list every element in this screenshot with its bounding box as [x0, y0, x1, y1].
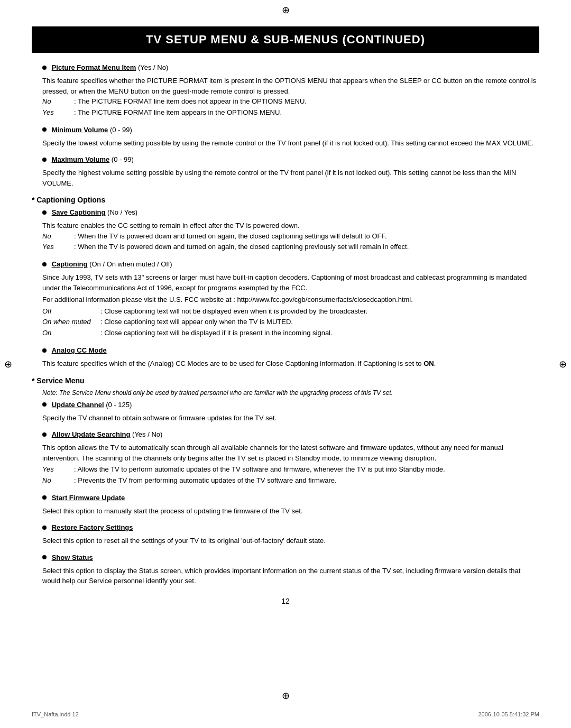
reg-mark-left: ⊕ [4, 358, 12, 370]
captioning-title: Captioning [52, 260, 88, 268]
reg-mark-bottom: ⊕ [282, 690, 290, 702]
reg-mark-right: ⊕ [559, 358, 567, 370]
restore-factory-header: Restore Factory Settings [42, 523, 539, 531]
service-menu-note: Note: The Service Menu should only be us… [42, 389, 539, 397]
captioning-on-muted: On when muted : Close captioning text wi… [42, 317, 539, 328]
service-menu-header: * Service Menu [32, 376, 539, 385]
captioning-body2: For additional information please visit … [42, 294, 539, 305]
save-captioning-suffix: (No / Yes) [107, 208, 137, 216]
save-cap-yes-label: Yes [42, 242, 74, 253]
allow-no-label: No [42, 475, 74, 486]
show-status-header: Show Status [42, 554, 539, 561]
bullet-dot-update [42, 402, 47, 407]
max-volume-suffix: (0 - 99) [112, 155, 134, 163]
allow-update-yes: Yes : Allows the TV to perform automatic… [42, 464, 539, 475]
save-captioning-title: Save Captioning [52, 208, 106, 216]
captioning-options-header: * Captioning Options [32, 196, 539, 204]
min-volume-title: Minimum Volume [52, 126, 108, 134]
allow-update-body: This option allows the TV to automatical… [42, 443, 539, 463]
footer-right: 2006-10-05 5:41:32 PM [478, 711, 539, 717]
allow-yes-label: Yes [42, 464, 74, 475]
captioning-on: On : Close captioning text will be displ… [42, 328, 539, 339]
picture-format-no: No : The PICTURE FORMAT line item does n… [42, 96, 539, 107]
analog-cc-header: Analog CC Mode [42, 346, 539, 354]
bullet-dot-restore [42, 526, 47, 530]
cap-muted-text: : Close captioning text will appear only… [100, 317, 293, 328]
allow-update-suffix: (Yes / No) [132, 430, 162, 438]
captioning-body1: Since July 1993, TV sets with 13" screen… [42, 272, 539, 293]
bullet-dot-analog [42, 348, 47, 353]
update-channel-title: Update Channel [52, 401, 104, 409]
bullet-dot-min [42, 127, 47, 132]
cap-off-label: Off [42, 306, 100, 317]
update-channel-header: Update Channel (0 - 125) [42, 401, 539, 409]
bullet-dot-firmware [42, 495, 47, 500]
start-firmware-header: Start Firmware Update [42, 494, 539, 502]
picture-format-yes-text: : The PICTURE FORMAT line item appears i… [74, 107, 282, 118]
save-cap-no-label: No [42, 231, 74, 242]
analog-cc-title: Analog CC Mode [52, 346, 107, 354]
save-cap-no-text: : When the TV is powered down and turned… [74, 231, 387, 242]
update-channel-suffix: (0 - 125) [106, 401, 132, 409]
captioning-off: Off : Close captioning text will not be … [42, 306, 539, 317]
cap-muted-label: On when muted [42, 317, 100, 328]
reg-mark-top: ⊕ [282, 4, 290, 16]
cap-on-text: : Close captioning text will be displaye… [100, 328, 333, 339]
section-show-status: Show Status Select this option to displa… [32, 554, 539, 586]
picture-format-body: This feature specifies whether the PICTU… [42, 76, 539, 96]
footer-left: ITV_Nafta.indd 12 [32, 711, 79, 717]
section-save-captioning: Save Captioning (No / Yes) This feature … [32, 208, 539, 253]
min-volume-body: Specify the lowest volume setting possib… [42, 138, 539, 149]
section-analog-cc: Analog CC Mode This feature specifies wh… [32, 346, 539, 369]
bullet-dot-status [42, 555, 47, 559]
bullet-dot [42, 66, 47, 70]
max-volume-title: Maximum Volume [52, 155, 110, 163]
allow-no-text: : Prevents the TV from performing automa… [74, 475, 337, 486]
section-allow-update: Allow Update Searching (Yes / No) This o… [32, 430, 539, 486]
picture-format-yes: Yes : The PICTURE FORMAT line item appea… [42, 107, 539, 118]
start-firmware-title: Start Firmware Update [52, 494, 125, 502]
page-title: TV SETUP MENU & SUB-MENUS (CONTINUED) [42, 33, 529, 47]
allow-update-title: Allow Update Searching [52, 430, 131, 438]
section-restore-factory: Restore Factory Settings Select this opt… [32, 523, 539, 546]
analog-cc-body: This feature specifies which of the (Ana… [42, 358, 539, 369]
bullet-dot-save [42, 210, 47, 215]
max-volume-body: Specify the highest volume setting possi… [42, 168, 539, 188]
section-update-channel: Update Channel (0 - 125) Specify the TV … [32, 401, 539, 423]
save-captioning-header: Save Captioning (No / Yes) [42, 208, 539, 216]
bullet-dot-captioning [42, 262, 47, 266]
max-volume-header: Maximum Volume (0 - 99) [42, 155, 539, 163]
save-captioning-no: No : When the TV is powered down and tur… [42, 231, 539, 242]
save-cap-yes-text: : When the TV is powered down and turned… [74, 242, 409, 253]
show-status-title: Show Status [52, 554, 93, 561]
picture-format-no-text: : The PICTURE FORMAT line item does not … [74, 96, 307, 107]
section-captioning: Captioning (On / On when muted / Off) Si… [32, 260, 539, 339]
page-number: 12 [32, 597, 539, 605]
cap-on-label: On [42, 328, 100, 339]
restore-factory-title: Restore Factory Settings [52, 523, 133, 531]
section-min-volume: Minimum Volume (0 - 99) Specify the lowe… [32, 126, 539, 149]
picture-format-suffix: (Yes / No) [138, 63, 168, 71]
captioning-header: Captioning (On / On when muted / Off) [42, 260, 539, 268]
allow-yes-text: : Allows the TV to perform automatic upd… [74, 464, 445, 475]
save-captioning-body: This feature enables the CC setting to r… [42, 220, 539, 231]
page: ⊕ ⊕ ⊕ TV SETUP MENU & SUB-MENUS (CONTINU… [0, 0, 571, 728]
update-channel-body: Specify the TV channel to obtain softwar… [42, 413, 539, 423]
min-volume-header: Minimum Volume (0 - 99) [42, 126, 539, 134]
picture-format-header: Picture Format Menu Item (Yes / No) [42, 63, 539, 71]
restore-factory-body: Select this option to reset all the sett… [42, 536, 539, 546]
show-status-body: Select this option to display the Status… [42, 566, 539, 586]
bullet-dot-allow [42, 432, 47, 437]
cap-off-text: : Close captioning text will not be disp… [100, 306, 367, 317]
section-picture-format: Picture Format Menu Item (Yes / No) This… [32, 63, 539, 118]
allow-update-no: No : Prevents the TV from performing aut… [42, 475, 539, 486]
start-firmware-body: Select this option to manually start the… [42, 506, 539, 517]
footer: ITV_Nafta.indd 12 2006-10-05 5:41:32 PM [0, 711, 571, 717]
section-start-firmware: Start Firmware Update Select this option… [32, 494, 539, 517]
picture-format-no-label: No [42, 96, 74, 107]
title-bar: TV SETUP MENU & SUB-MENUS (CONTINUED) [32, 26, 539, 53]
bullet-dot-max [42, 158, 47, 162]
save-captioning-yes: Yes : When the TV is powered down and tu… [42, 242, 539, 253]
picture-format-title: Picture Format Menu Item [52, 63, 136, 71]
min-volume-suffix: (0 - 99) [110, 126, 132, 134]
